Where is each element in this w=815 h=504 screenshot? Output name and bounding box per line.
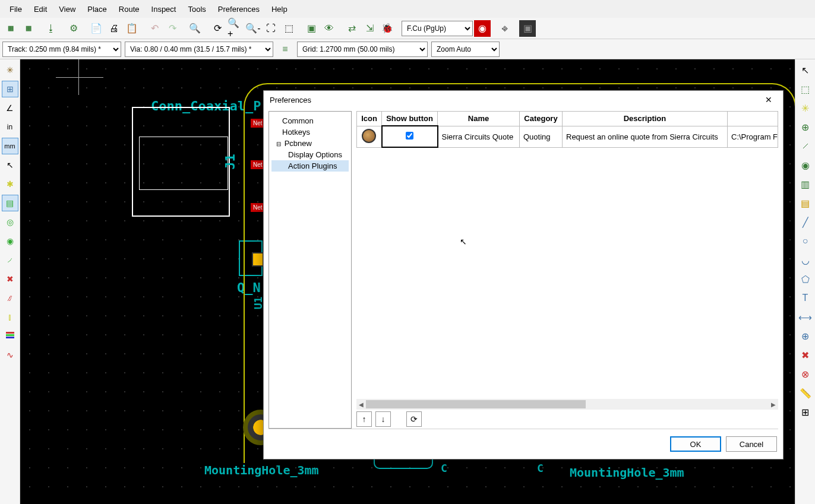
highlight-net-icon[interactable]: ⬚ [797,81,814,97]
page-layout-icon[interactable]: 📄 [88,20,105,37]
menu-route[interactable]: Route [113,2,146,16]
auto-track-icon[interactable]: ≡ [277,41,293,58]
zoom-in-icon[interactable]: 🔍+ [227,20,244,37]
scripting-icon[interactable]: ⎆ [497,20,513,37]
pad-outline-icon[interactable]: ◎ [2,214,18,230]
layer-pair-icon[interactable]: ◉ [474,20,491,37]
track-outline-icon[interactable]: ⟋ [2,252,18,268]
zoom-select[interactable]: Zoom Auto [431,42,500,57]
measure-icon[interactable]: 📏 [797,385,814,401]
preferences-dialog: Preferences ✕ Common Hotkeys ⊟ Pcbnew Di… [263,90,784,459]
route-track-icon[interactable]: ⟋ [797,138,814,154]
show-layers-icon[interactable]: ⫽ [2,290,18,306]
set-origin-icon[interactable]: ⊗ [797,366,814,382]
drc-icon[interactable]: 🐞 [379,20,396,37]
refresh-icon[interactable]: ⟳ [209,20,226,37]
fill-zones-icon[interactable]: ▤ [2,195,18,211]
add-keepout-icon[interactable]: ▤ [797,195,814,211]
zoom-out-icon[interactable]: 🔍- [245,20,261,37]
plot-icon[interactable]: 📋 [124,20,140,37]
right-toolbar: ↖ ⬚ ✳ ⊕ ⟋ ◉ ▥ ▤ ╱ ○ ◡ ⬠ T ⟷ ⊕ ✖ ⊗ 📏 ⊞ [795,59,815,504]
col-description[interactable]: Description [563,112,728,126]
footprint-editor-icon[interactable]: ▣ [303,20,320,37]
col-path[interactable] [728,112,778,126]
add-line-icon[interactable]: ╱ [797,214,814,230]
layer-colors-icon[interactable] [2,328,18,344]
show-ratsnest-icon[interactable]: ✳ [2,62,18,78]
menu-inspect[interactable]: Inspect [146,2,182,16]
find-icon[interactable]: 🔍 [187,20,203,37]
zoom-fit-icon[interactable]: ⛶ [263,20,279,37]
move-down-button[interactable]: ↓ [375,411,391,427]
grid-origin-icon[interactable]: ⊞ [797,404,814,420]
menu-edit[interactable]: Edit [28,2,53,16]
via-outline-icon[interactable]: ◉ [2,233,18,249]
menu-view[interactable]: View [53,2,81,16]
zoom-selection-icon[interactable]: ⬚ [280,20,297,37]
menu-help[interactable]: Help [266,2,293,16]
units-in-button[interactable]: in [2,119,18,135]
save-icon[interactable]: ⭳ [43,20,59,37]
menu-preferences[interactable]: Preferences [212,2,266,16]
show-ratsnest-toggle-icon[interactable]: ✱ [2,176,18,192]
menu-place[interactable]: Place [81,2,113,16]
add-polygon-icon[interactable]: ⬠ [797,271,814,287]
scroll-right-icon[interactable]: ▶ [769,401,778,408]
via-size-select[interactable]: Via: 0.80 / 0.40 mm (31.5 / 15.7 mils) * [125,42,273,57]
tree-display-options[interactable]: Display Options [271,149,349,160]
board-setup-icon[interactable]: ▦ [2,20,19,37]
col-icon[interactable]: Icon [357,112,382,126]
table-row[interactable]: Sierra Circuits Quote Quoting Request an… [357,126,778,147]
menu-tools[interactable]: Tools [182,2,211,16]
scroll-left-icon[interactable]: ◀ [356,401,366,408]
units-mm-button[interactable]: mm [2,138,18,154]
add-circle-icon[interactable]: ○ [797,233,814,249]
undo-icon[interactable]: ↶ [146,20,163,37]
ref-j1: J1 [223,154,238,170]
cancel-button[interactable]: Cancel [726,436,777,452]
add-arc-icon[interactable]: ◡ [797,252,814,268]
delete-icon[interactable]: ✖ [797,347,814,363]
footprint-viewer-icon[interactable]: 👁 [321,20,337,37]
track-width-select[interactable]: Track: 0.250 mm (9.84 mils) * [2,42,121,57]
page-settings-icon[interactable]: ▦ [20,20,37,37]
add-target-icon[interactable]: ⊕ [797,328,814,344]
show-button-checkbox[interactable] [406,132,413,140]
add-footprint-icon[interactable]: ⊕ [797,119,814,135]
move-up-button[interactable]: ↑ [356,411,372,427]
show-grid-icon[interactable]: ⊞ [2,81,18,97]
microwave-icon[interactable]: ∿ [2,347,18,363]
horizontal-scrollbar[interactable]: ◀ ▶ [356,399,778,410]
add-zone-icon[interactable]: ▥ [797,176,814,192]
plugin-icon[interactable]: ▣ [519,20,536,37]
polar-coord-icon[interactable]: ∠ [2,100,18,116]
menu-file[interactable]: File [4,2,28,16]
add-dimension-icon[interactable]: ⟷ [797,309,814,325]
add-via-icon[interactable]: ◉ [797,157,814,173]
dialog-title: Preferences [270,96,311,104]
col-category[interactable]: Category [520,112,563,126]
tree-action-plugins[interactable]: Action Plugins [271,160,349,172]
grid-select[interactable]: Grid: 1.2700 mm (50.00 mils) [297,42,428,57]
scroll-thumb[interactable] [366,400,586,408]
print-icon[interactable]: 🖨 [106,20,122,37]
ok-button[interactable]: OK [670,436,721,452]
import-netlist-icon[interactable]: ⇲ [361,20,378,37]
col-name[interactable]: Name [438,112,520,126]
tree-common[interactable]: Common [271,115,349,126]
reload-plugins-button[interactable]: ⟳ [406,411,422,427]
select-tool-icon[interactable]: ↖ [797,62,814,78]
tree-pcbnew[interactable]: ⊟ Pcbnew [271,138,349,149]
tree-hotkeys[interactable]: Hotkeys [271,126,349,138]
board-setup-button[interactable]: ⚙ [65,20,82,37]
cursor-shape-icon[interactable]: ↖ [2,157,18,173]
update-schematic-icon[interactable]: ⇄ [343,20,360,37]
add-text-icon[interactable]: T [797,290,814,306]
contrast-mode-icon[interactable]: ✖ [2,271,18,287]
close-icon[interactable]: ✕ [760,93,777,106]
redo-icon[interactable]: ↷ [164,20,181,37]
layers-manager-icon[interactable]: ⫿ [2,309,18,325]
local-ratsnest-icon[interactable]: ✳ [797,100,814,116]
layer-select[interactable]: F.Cu (PgUp) [402,21,473,36]
col-show[interactable]: Show button [382,112,438,126]
